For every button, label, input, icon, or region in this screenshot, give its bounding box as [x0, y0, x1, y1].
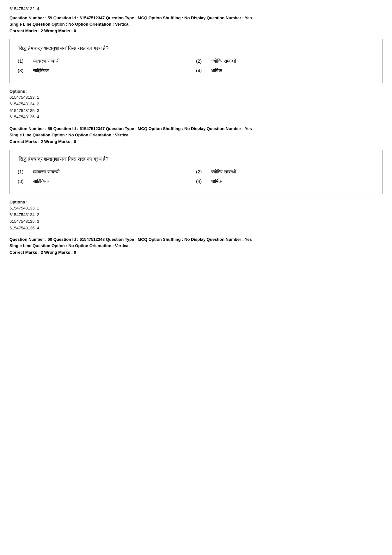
question2-option-3: (3) साहित्यिक: [18, 178, 196, 184]
question1-meta-line1: Question Number : 59 Question Id : 61547…: [9, 15, 383, 21]
question2-meta-line1: Question Number : 59 Question Id : 61547…: [9, 126, 383, 132]
question1-option-id-1: 61547548133. 1: [9, 94, 383, 101]
question2-option-id-3: 61547548135. 3: [9, 218, 383, 225]
q2-option1-num: (1): [18, 169, 27, 174]
question1-options-grid: (1) व्याकरण सम्बन्धी (2) ज्योतिप सम्बन्ध…: [18, 58, 374, 73]
question3-meta-line2: Single Line Question Option : No Option …: [9, 243, 383, 249]
question2-option-id-2: 61547548134. 2: [9, 212, 383, 218]
option2-num: (2): [196, 58, 205, 64]
question2-option-4: (4) धार्मिक: [196, 178, 374, 184]
question3-meta: Question Number : 60 Question Id : 61547…: [9, 236, 383, 249]
q2-option4-text: धार्मिक: [211, 178, 222, 184]
question1-option-2: (2) ज्योतिप सम्बन्धी: [196, 58, 374, 64]
q2-option1-text: व्याकरण सम्बन्धी: [33, 169, 59, 175]
question2-options-grid: (1) व्याकरण सम्बन्धी (2) ज्योतिप सम्बन्ध…: [18, 169, 374, 184]
question2-block: 'सिद्ध हेमचन्द्र शब्दानुशासन' किस तरह का…: [9, 150, 383, 194]
question2-option-1: (1) व्याकरण सम्बन्धी: [18, 169, 196, 175]
question1-option-id-2: 61547548134. 2: [9, 101, 383, 108]
question1-meta: Question Number : 59 Question Id : 61547…: [9, 15, 383, 27]
question2-meta-line2: Single Line Question Option : No Option …: [9, 132, 383, 138]
q2-option3-text: साहित्यिक: [33, 178, 49, 184]
question1-option-4: (4) धार्मिक: [196, 68, 374, 73]
q2-option2-text: ज्योतिप सम्बन्धी: [211, 169, 236, 175]
question3-meta-line1: Question Number : 60 Question Id : 61547…: [9, 236, 383, 243]
question1-option-id-3: 61547548135. 3: [9, 108, 383, 114]
q2-option3-num: (3): [18, 178, 27, 184]
question1-option-3: (3) साहित्यिक: [18, 68, 196, 73]
option4-text: धार्मिक: [211, 68, 222, 73]
question1-text: 'सिद्ध हेमचन्द्र शब्दानुशासन' किस तरह का…: [18, 46, 374, 51]
question1-options-label: Options :: [9, 89, 383, 94]
question1-marks: Correct Marks : 2 Wrong Marks : 0: [9, 28, 383, 33]
q2-option4-num: (4): [196, 178, 205, 184]
question1-options-section: Options : 61547548133. 1 61547548134. 2 …: [9, 89, 383, 121]
question1-meta-line2: Single Line Question Option : No Option …: [9, 21, 383, 28]
q2-option2-num: (2): [196, 169, 205, 174]
option1-num: (1): [18, 58, 27, 64]
question2-text: 'सिद्ध हेमचन्द्र शब्दानुशासन' किस तरह का…: [18, 156, 374, 162]
option4-num: (4): [196, 68, 205, 73]
question2-options-section: Options : 61547548133. 1 61547548134. 2 …: [9, 200, 383, 231]
question1-option-1: (1) व्याकरण सम्बन्धी: [18, 58, 196, 64]
question1-block: 'सिद्ध हेमचन्द्र शब्दानुशासन' किस तरह का…: [9, 39, 383, 83]
question3-marks: Correct Marks : 2 Wrong Marks : 0: [9, 250, 383, 255]
option3-num: (3): [18, 68, 27, 73]
question2-option-id-4: 61547548136. 4: [9, 225, 383, 232]
question2-meta: Question Number : 59 Question Id : 61547…: [9, 126, 383, 138]
page-top-id: 61547548132. 4: [9, 6, 383, 11]
question2-options-label: Options :: [9, 200, 383, 204]
question2-marks: Correct Marks : 2 Wrong Marks : 0: [9, 139, 383, 144]
option1-text: व्याकरण सम्बन्धी: [33, 58, 59, 64]
option3-text: साहित्यिक: [33, 68, 49, 73]
question2-option-id-1: 61547548133. 1: [9, 205, 383, 212]
question1-option-id-4: 61547548136. 4: [9, 114, 383, 121]
question2-option-2: (2) ज्योतिप सम्बन्धी: [196, 169, 374, 175]
option2-text: ज्योतिप सम्बन्धी: [211, 58, 236, 64]
